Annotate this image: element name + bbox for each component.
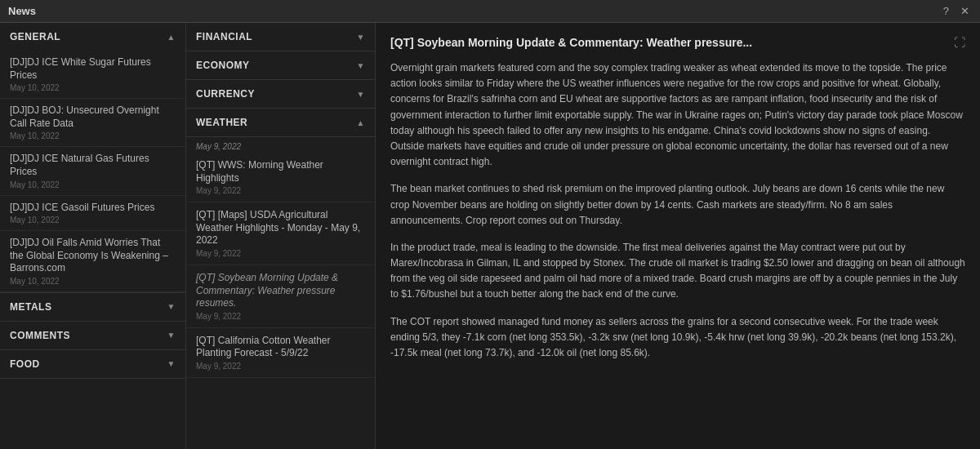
- chevron-down-icon: ▼: [357, 33, 365, 42]
- chevron-down-icon: ▼: [357, 61, 365, 70]
- list-item[interactable]: [QT] California Cotton Weather Planting …: [186, 328, 375, 378]
- sidebar-item-title: [DJ]DJ ICE White Sugar Futures Prices: [10, 56, 176, 82]
- chevron-up-icon: ▲: [167, 33, 176, 42]
- article-paragraph: The bean market continues to shed risk p…: [390, 181, 965, 229]
- sidebar-section-comments: COMMENTS ▼: [0, 322, 185, 350]
- list-item[interactable]: [QT] [Maps] USDA Agricultural Weather Hi…: [186, 202, 375, 265]
- list-item[interactable]: [DJ]DJ ICE Gasoil Futures Prices May 10,…: [0, 196, 185, 232]
- chevron-down-icon: ▼: [357, 90, 365, 99]
- article-paragraph: Overnight grain markets featured corn an…: [390, 60, 965, 170]
- sidebar-item-date: May 10, 2022: [10, 131, 176, 140]
- expand-icon[interactable]: ⛶: [954, 36, 965, 49]
- sidebar-item-title: [DJ]DJ BOJ: Unsecured Overnight Call Rat…: [10, 104, 176, 130]
- panel-right: [QT] Soybean Morning Update & Commentary…: [376, 23, 980, 449]
- sidebar-section-general-header[interactable]: GENERAL ▲: [0, 23, 185, 51]
- article-body: Overnight grain markets featured corn an…: [390, 60, 965, 361]
- article-paragraph: The COT report showed managed fund money…: [390, 314, 965, 362]
- chevron-down-icon: ▼: [167, 331, 176, 340]
- main-container: GENERAL ▲ [DJ]DJ ICE White Sugar Futures…: [0, 23, 980, 449]
- mid-section-weather-label: WEATHER: [196, 117, 247, 128]
- list-item[interactable]: [DJ]DJ ICE White Sugar Futures Prices Ma…: [0, 51, 185, 99]
- list-item[interactable]: [DJ]DJ ICE Natural Gas Futures Prices Ma…: [0, 147, 185, 195]
- article-header: [QT] Soybean Morning Update & Commentary…: [390, 36, 965, 49]
- sidebar-section-general-label: GENERAL: [10, 31, 60, 42]
- title-bar-controls: ? ✕: [941, 5, 972, 17]
- help-button[interactable]: ?: [941, 5, 951, 17]
- close-button[interactable]: ✕: [958, 5, 972, 17]
- article-title: [QT] Soybean Morning Update & Commentary…: [390, 36, 946, 49]
- sidebar-item-date: May 10, 2022: [10, 216, 176, 224]
- sidebar-section-metals-header[interactable]: METALS ▼: [0, 293, 185, 321]
- sidebar-item-date: May 10, 2022: [10, 83, 176, 92]
- app-title: News: [8, 5, 36, 17]
- mid-item-title: [QT] California Cotton Weather Planting …: [196, 335, 365, 360]
- sidebar-left: GENERAL ▲ [DJ]DJ ICE White Sugar Futures…: [0, 23, 186, 449]
- sidebar-section-metals-label: METALS: [10, 301, 51, 313]
- mid-item-date: May 9, 2022: [196, 186, 365, 195]
- sidebar-item-date: May 10, 2022: [10, 277, 176, 286]
- sidebar-section-comments-header[interactable]: COMMENTS ▼: [0, 322, 185, 349]
- chevron-up-icon: ▲: [357, 118, 365, 127]
- panel-middle: FINANCIAL ▼ ECONOMY ▼ CURRENCY ▼ WEATHER…: [186, 23, 376, 449]
- sidebar-item-title: [DJ]DJ ICE Gasoil Futures Prices: [10, 202, 176, 215]
- sidebar-section-food: FOOD ▼: [0, 350, 185, 379]
- weather-date-header: May 9, 2022: [186, 137, 375, 153]
- mid-section-currency-header[interactable]: CURRENCY ▼: [186, 80, 375, 109]
- mid-section-financial-header[interactable]: FINANCIAL ▼: [186, 23, 375, 51]
- mid-item-title: [QT] Soybean Morning Update & Commentary…: [196, 272, 365, 310]
- sidebar-section-comments-label: COMMENTS: [10, 330, 70, 341]
- mid-item-date: May 9, 2022: [196, 362, 365, 371]
- list-item[interactable]: [QT] WWS: Morning Weather Highlights May…: [186, 153, 375, 202]
- sidebar-item-title: [DJ]DJ Oil Falls Amid Worries That the G…: [10, 237, 176, 275]
- chevron-down-icon: ▼: [167, 359, 176, 368]
- mid-section-weather-header[interactable]: WEATHER ▲: [186, 109, 375, 137]
- list-item[interactable]: [DJ]DJ Oil Falls Amid Worries That the G…: [0, 231, 185, 292]
- mid-item-title: [QT] [Maps] USDA Agricultural Weather Hi…: [196, 209, 365, 247]
- mid-item-date: May 9, 2022: [196, 312, 365, 321]
- mid-section-financial-label: FINANCIAL: [196, 31, 252, 42]
- sidebar-general-items: [DJ]DJ ICE White Sugar Futures Prices Ma…: [0, 51, 185, 292]
- mid-section-currency-label: CURRENCY: [196, 88, 255, 100]
- sidebar-section-food-label: FOOD: [10, 358, 40, 370]
- sidebar-section-metals: METALS ▼: [0, 293, 185, 322]
- list-item[interactable]: [DJ]DJ BOJ: Unsecured Overnight Call Rat…: [0, 99, 185, 147]
- weather-items: May 9, 2022 [QT] WWS: Morning Weather Hi…: [186, 137, 375, 378]
- article-paragraph: In the product trade, meal is leading to…: [390, 240, 965, 303]
- sidebar-item-title: [DJ]DJ ICE Natural Gas Futures Prices: [10, 153, 176, 178]
- sidebar-section-general: GENERAL ▲ [DJ]DJ ICE White Sugar Futures…: [0, 23, 185, 293]
- mid-section-economy-label: ECONOMY: [196, 60, 250, 71]
- sidebar-item-date: May 10, 2022: [10, 180, 176, 189]
- title-bar: News ? ✕: [0, 0, 980, 23]
- sidebar-section-food-header[interactable]: FOOD ▼: [0, 350, 185, 378]
- mid-item-date: May 9, 2022: [196, 249, 365, 258]
- list-item[interactable]: [QT] Soybean Morning Update & Commentary…: [186, 265, 375, 328]
- chevron-down-icon: ▼: [167, 302, 176, 311]
- mid-section-economy-header[interactable]: ECONOMY ▼: [186, 51, 375, 80]
- mid-item-title: [QT] WWS: Morning Weather Highlights: [196, 159, 365, 184]
